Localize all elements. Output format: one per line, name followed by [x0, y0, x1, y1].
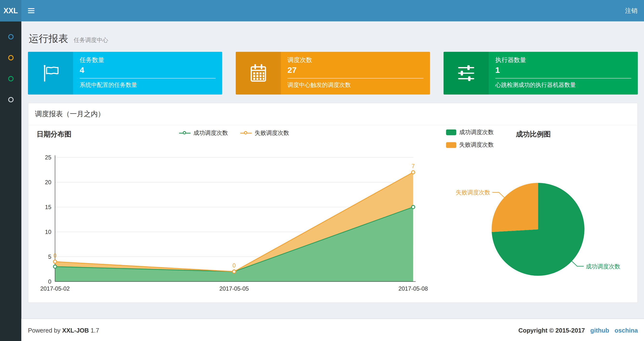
powered-by: Powered by XXL-JOB 1.7	[28, 326, 99, 333]
legend-label: 成功调度次数	[194, 130, 228, 137]
line-chart-title: 日期分布图	[37, 130, 72, 139]
legend-label: 成功调度次数	[459, 129, 494, 136]
footer: Powered by XXL-JOB 1.7 Copyright © 2015-…	[22, 318, 644, 341]
report-panel: 调度报表（一月之内） 日期分布图 成功调度次数 失败调度次数	[28, 103, 638, 303]
logout-link[interactable]: 注销	[618, 0, 644, 22]
sidebar	[0, 22, 22, 341]
product-version: 1.7	[90, 326, 99, 333]
info-box-label: 调度次数	[288, 56, 424, 64]
info-box-executor-count: 执行器数量 1 心跳检测成功的执行器机器数量	[444, 52, 638, 95]
github-link[interactable]: github	[590, 326, 609, 333]
info-box-value: 1	[495, 65, 631, 75]
line-chart: 05101520250072017-05-022017-05-052017-05…	[36, 153, 436, 295]
svg-text:15: 15	[45, 204, 51, 210]
svg-text:0: 0	[232, 262, 236, 269]
product-name: XXL-JOB	[62, 326, 89, 333]
copyright: Copyright © 2015-2017	[518, 326, 585, 333]
circle-icon	[8, 34, 13, 39]
sliders-icon	[457, 64, 476, 83]
legend-item-success[interactable]: 成功调度次数	[179, 130, 228, 137]
app-root: XXL 注销 运行报表 任务调度中心	[0, 0, 644, 341]
svg-text:0: 0	[54, 252, 57, 259]
info-box-description: 系统中配置的任务数量	[80, 81, 216, 89]
calendar-icon	[249, 64, 268, 83]
svg-text:20: 20	[45, 179, 51, 185]
square-swatch-icon	[446, 130, 456, 135]
info-box-value: 27	[288, 65, 424, 75]
app-logo[interactable]: XXL	[0, 0, 22, 22]
info-box-label: 执行器数量	[495, 56, 631, 64]
top-navbar: XXL 注销	[0, 0, 644, 22]
info-box-label: 任务数量	[80, 56, 216, 64]
hamburger-icon	[28, 8, 34, 9]
legend-item-fail[interactable]: 失败调度次数	[446, 141, 494, 149]
pie-chart-title: 成功比例图	[516, 130, 551, 139]
line-marker-icon	[240, 131, 252, 135]
sidebar-toggle-button[interactable]	[22, 0, 41, 22]
svg-text:10: 10	[45, 229, 51, 235]
pie-chart-legend: 成功调度次数 失败调度次数	[446, 129, 494, 149]
legend-item-success[interactable]: 成功调度次数	[446, 129, 494, 136]
svg-text:失败调度次数: 失败调度次数	[456, 189, 490, 196]
svg-text:2017-05-02: 2017-05-02	[40, 285, 70, 292]
page-header: 运行报表 任务调度中心	[29, 32, 638, 45]
circle-icon	[8, 55, 13, 60]
sidebar-item-3[interactable]	[0, 68, 22, 89]
pie-chart: 成功调度次数失败调度次数	[444, 155, 638, 286]
info-box-trigger-count: 调度次数 27 调度中心触发的调度次数	[236, 52, 430, 95]
page-title: 运行报表	[29, 33, 68, 44]
svg-text:25: 25	[45, 154, 51, 161]
svg-text:0: 0	[48, 278, 51, 285]
legend-label: 失败调度次数	[255, 130, 289, 137]
info-box-description: 心跳检测成功的执行器机器数量	[495, 81, 631, 89]
info-box-description: 调度中心触发的调度次数	[288, 81, 424, 89]
panel-title: 调度报表（一月之内）	[28, 103, 638, 125]
main-content: 运行报表 任务调度中心 任务数量 4 系统中配置的任务数量	[22, 22, 644, 318]
line-chart-legend: 成功调度次数 失败调度次数	[179, 130, 289, 137]
svg-text:2017-05-05: 2017-05-05	[219, 285, 249, 292]
svg-text:2017-05-08: 2017-05-08	[398, 285, 428, 292]
legend-label: 失败调度次数	[459, 141, 494, 149]
square-swatch-icon	[446, 142, 456, 148]
svg-text:7: 7	[412, 163, 415, 169]
circle-icon	[8, 97, 13, 102]
info-box-row: 任务数量 4 系统中配置的任务数量	[28, 52, 638, 95]
line-marker-icon	[179, 131, 191, 135]
sidebar-item-4[interactable]	[0, 89, 22, 110]
info-box-value: 4	[80, 65, 216, 75]
page-subtitle: 任务调度中心	[74, 37, 108, 43]
svg-text:成功调度次数: 成功调度次数	[586, 263, 620, 270]
circle-icon	[8, 76, 13, 81]
oschina-link[interactable]: oschina	[614, 326, 638, 333]
sidebar-item-1[interactable]	[0, 26, 22, 47]
flag-icon	[41, 64, 60, 83]
legend-item-fail[interactable]: 失败调度次数	[240, 130, 289, 137]
info-box-job-count: 任务数量 4 系统中配置的任务数量	[28, 52, 222, 95]
svg-text:5: 5	[48, 253, 51, 260]
sidebar-item-2[interactable]	[0, 47, 22, 68]
